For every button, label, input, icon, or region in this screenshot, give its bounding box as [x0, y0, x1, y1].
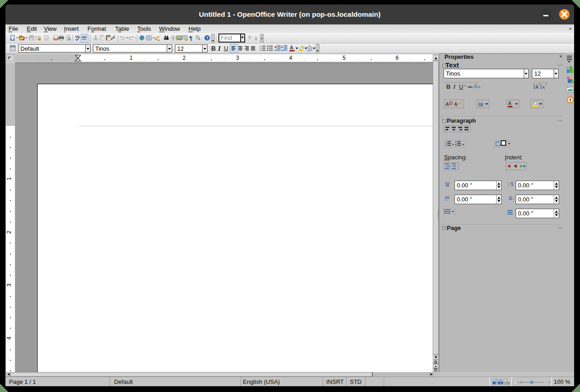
svg-text:3.: 3.	[260, 50, 261, 52]
svg-text:¶: ¶	[189, 35, 193, 41]
svg-text:A: A	[535, 84, 539, 90]
svg-text:A: A	[542, 85, 545, 90]
svg-text:ABC: ABC	[75, 36, 80, 38]
svg-text:A: A	[445, 101, 449, 107]
svg-text:PDF: PDF	[54, 38, 58, 40]
svg-text:2: 2	[445, 144, 446, 146]
svg-text:A: A	[454, 101, 458, 107]
svg-text:ABC: ABC	[82, 36, 87, 38]
svg-text:?: ?	[206, 36, 208, 40]
svg-text:A: A	[290, 45, 294, 50]
